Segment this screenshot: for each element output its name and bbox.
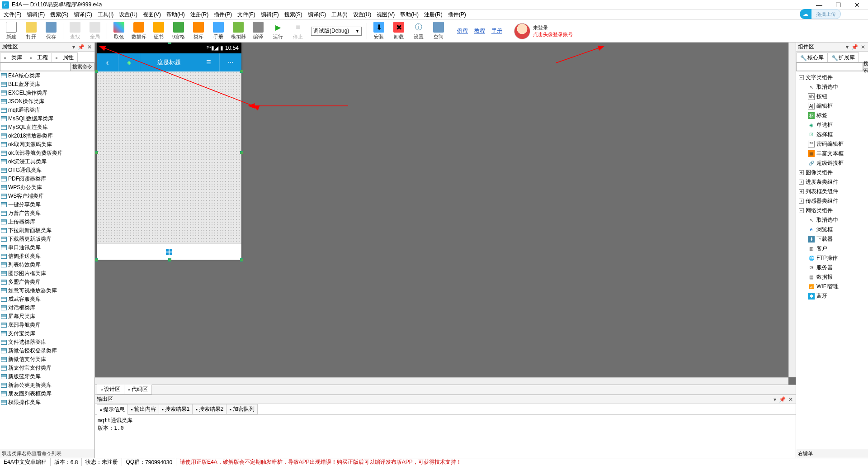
library-item[interactable]: 权限操作类库 <box>0 398 94 407</box>
menu-item[interactable]: 插件(P) <box>212 10 234 19</box>
toolbar-查找-button[interactable]: 查找 <box>66 21 85 42</box>
component-item[interactable]: ab 按钮 <box>796 92 868 101</box>
toolbar-数据库-button[interactable]: 数据库 <box>129 21 148 42</box>
menu-item[interactable]: 编译(C) <box>306 10 328 19</box>
component-item[interactable]: ▥ 客户 <box>796 244 868 253</box>
toolbar-停止-button[interactable]: ■ 停止 <box>288 21 307 42</box>
toolbar-运行-button[interactable]: ▶ 运行 <box>269 21 288 42</box>
menu-item[interactable]: 设置(U) <box>117 10 139 19</box>
component-item[interactable]: ↖ 取消选中 <box>796 215 868 225</box>
library-item[interactable]: 新支付宝支付类库 <box>0 364 94 372</box>
toolbar-卸载-button[interactable]: ✖ 卸载 <box>389 21 408 42</box>
phone-preview[interactable]: ³ᴳ▮◢ ▮ 10:54 ‹ ◈ 这是标题 ☰ ⋯ <box>97 43 241 260</box>
library-item[interactable]: 多盟广告类库 <box>0 278 94 286</box>
library-item[interactable]: 万普广告类库 <box>0 209 94 218</box>
component-item[interactable]: ▤ 丰富文本框 <box>796 149 868 158</box>
library-item[interactable]: MsSQL数据库类库 <box>0 114 94 123</box>
center-tab-设计区[interactable]: ▫设计区 <box>97 384 124 395</box>
apps-icon[interactable] <box>166 249 172 255</box>
library-item[interactable]: 信鸽推送类库 <box>0 252 94 261</box>
toolbar-手册-button[interactable]: 手册 <box>209 21 228 42</box>
library-item[interactable]: 对话框类库 <box>0 304 94 312</box>
component-item[interactable]: 🖳 服务器 <box>796 263 868 272</box>
component-item[interactable]: ▤ 数据报 <box>796 272 868 282</box>
toolbar-证书-button[interactable]: 证书 <box>149 21 168 42</box>
toolbar-模拟器-button[interactable]: 模拟器 <box>229 21 248 42</box>
toolbar-空间-button[interactable]: 空间 <box>429 21 448 42</box>
component-item[interactable]: A| 编辑框 <box>796 101 868 111</box>
library-item[interactable]: ok底部导航免费版类库 <box>0 149 94 157</box>
component-group[interactable]: + 列表框类组件 <box>796 187 868 196</box>
menu-item[interactable]: 编译(C) <box>72 10 94 19</box>
panel-dropdown-icon[interactable]: ▾ <box>845 44 849 50</box>
library-item[interactable]: EXCEL操作类库 <box>0 89 94 97</box>
drag-upload-button[interactable]: ☁ 拖拽上传 <box>800 9 841 19</box>
list-icon[interactable]: ☰ <box>198 53 220 71</box>
library-item[interactable]: ok2018播放器类库 <box>0 132 94 140</box>
library-item[interactable]: 新蒲公英更新类库 <box>0 381 94 390</box>
library-item[interactable]: 底部导航类库 <box>0 321 94 329</box>
menu-item[interactable]: 帮助(H) <box>165 10 187 19</box>
component-tab-核心库[interactable]: 🔧核心库 <box>796 52 828 62</box>
library-item[interactable]: 新微信支付类库 <box>0 355 94 364</box>
vertical-scrollbar[interactable] <box>788 43 796 377</box>
toolbar-新建-button[interactable]: 新建 <box>2 21 21 42</box>
library-item[interactable]: 屏幕尺类库 <box>0 312 94 321</box>
collapse-icon[interactable]: − <box>799 208 804 213</box>
component-item[interactable]: ** 密码编辑框 <box>796 139 868 149</box>
panel-close-icon[interactable]: ✕ <box>86 44 93 50</box>
output-tab-提示信息[interactable]: ▪提示信息 <box>97 404 128 415</box>
library-search-input[interactable] <box>0 62 70 71</box>
resize-handle[interactable] <box>95 151 98 154</box>
panel-close-icon[interactable]: ✕ <box>788 396 794 403</box>
expand-icon[interactable]: + <box>799 170 804 175</box>
component-item[interactable]: 🔗 超级链接框 <box>796 158 868 168</box>
logo-icon[interactable]: ◈ <box>118 53 140 71</box>
build-mode-select[interactable]: 调试版(Debug) ▼ <box>311 27 362 36</box>
toolbar-9宫格-button[interactable]: 9宫格 <box>169 21 188 42</box>
library-item[interactable]: 威武客服类库 <box>0 295 94 304</box>
toolbar-取色-button[interactable]: 取色 <box>109 21 128 42</box>
toolbar-link[interactable]: 手册 <box>489 27 505 35</box>
toolbar-类库-button[interactable]: 类库 <box>189 21 208 42</box>
menu-item[interactable]: 编辑(E) <box>25 10 47 19</box>
panel-dropdown-icon[interactable]: ▾ <box>71 44 76 50</box>
component-group[interactable]: − 网络类组件 <box>796 206 868 215</box>
library-item[interactable]: 下载器更新版类库 <box>0 235 94 243</box>
menu-item[interactable]: 帮助(H) <box>398 10 420 19</box>
component-item[interactable]: 标 标签 <box>796 111 868 120</box>
library-item[interactable]: 朋友圈列表框类库 <box>0 390 94 398</box>
expand-icon[interactable]: + <box>799 199 804 204</box>
library-item[interactable]: WS客户端类库 <box>0 192 94 200</box>
window-close-button[interactable]: ✕ <box>852 1 863 9</box>
menu-item[interactable]: 视图(V) <box>141 10 163 19</box>
toolbar-全局-button[interactable]: 全局 <box>85 21 104 42</box>
menu-item[interactable]: 搜索(S) <box>48 10 70 19</box>
component-item[interactable]: ☑ 选择框 <box>796 130 868 139</box>
resize-handle[interactable] <box>168 258 171 262</box>
more-icon[interactable]: ⋯ <box>220 53 241 71</box>
output-tab-搜索结果1[interactable]: ▪搜索结果1 <box>159 404 193 414</box>
menu-item[interactable]: 设置(U) <box>351 10 373 19</box>
library-item[interactable]: 支付宝类库 <box>0 329 94 338</box>
component-item[interactable]: 📶 WIFI管理 <box>796 282 868 291</box>
component-item[interactable]: 🌐 FTP操作 <box>796 253 868 263</box>
phone-body[interactable] <box>97 71 241 243</box>
component-item[interactable]: ⬇ 下载器 <box>796 234 868 244</box>
resize-handle[interactable] <box>240 70 243 73</box>
output-tab-输出内容[interactable]: ▪输出内容 <box>127 404 159 414</box>
library-item[interactable]: 列表特效类库 <box>0 261 94 269</box>
library-item[interactable]: PDF阅读器类库 <box>0 175 94 183</box>
toolbar-保存-button[interactable]: 保存 <box>42 21 61 42</box>
library-item[interactable]: 串口通讯类库 <box>0 243 94 252</box>
library-search-button[interactable]: 搜索命令 <box>70 62 94 71</box>
panel-pin-icon[interactable]: 📌 <box>850 44 859 50</box>
menu-item[interactable]: 文件(F) <box>2 10 23 19</box>
resize-handle[interactable] <box>240 258 243 262</box>
menu-item[interactable]: 工具(I) <box>96 10 115 19</box>
component-group[interactable]: + 进度条类组件 <box>796 177 868 187</box>
component-group[interactable]: + 图像类组件 <box>796 168 868 177</box>
panel-pin-icon[interactable]: 📌 <box>77 44 85 50</box>
window-maximize-button[interactable]: ☐ <box>833 1 844 9</box>
component-search-input[interactable] <box>796 62 863 71</box>
